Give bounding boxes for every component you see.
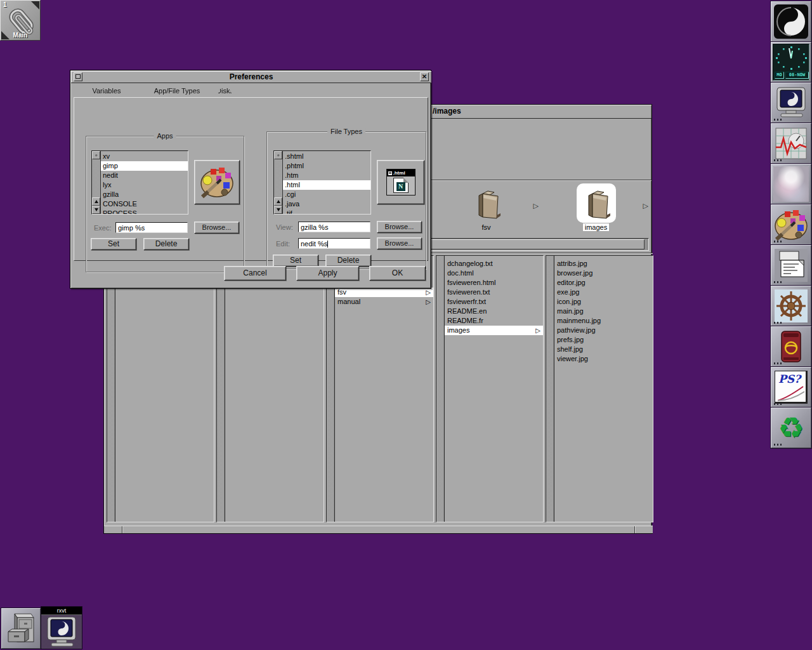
file-row[interactable]: mainmenu.jpg▷ [554,316,653,326]
filetypes-set-button[interactable]: Set [273,255,318,267]
column-scrollbar[interactable] [107,256,115,522]
filetype-list-item[interactable]: .phtml [283,161,370,171]
filetype-list-item[interactable]: .cgi [283,190,370,199]
workspace-clip[interactable]: 1 Main [0,0,41,41]
file-row[interactable]: main.jpg▷ [554,307,653,316]
ok-button[interactable]: OK [369,266,426,281]
apps-delete-button[interactable]: Delete [143,238,189,250]
dialog-button-row: Cancel Apply OK [70,266,432,281]
file-row[interactable]: dchangelog.txt▷ [445,259,543,269]
column-scrollbar[interactable] [327,256,335,522]
scroll-down-icon[interactable] [92,206,100,214]
folder-icon [577,183,616,223]
scroll-up-icon[interactable] [92,197,100,206]
scrollbar-trough[interactable] [92,159,100,197]
file-row[interactable]: images▷ [445,326,543,335]
scrollbar-trough[interactable] [274,159,282,197]
file-row[interactable]: browser.jpg▷ [554,269,653,278]
dock-tile-editor[interactable] [771,245,811,286]
dock-tile-postscript[interactable]: PS? [771,367,811,408]
file-row[interactable]: README.en▷ [445,307,543,316]
file-row[interactable]: editor.jpg▷ [554,278,653,288]
dock-tile-recycler[interactable]: ♻ [771,408,811,448]
file-row[interactable]: viewer.jpg▷ [554,354,653,364]
path-entry[interactable]: fsv ▷ [431,182,541,236]
dock-tile-windowmaker[interactable] [771,1,811,42]
app-list-item[interactable]: PROCESS [101,209,188,214]
browser-column-1 [107,255,214,522]
edit-field[interactable]: nedit %s [298,238,370,249]
apps-list-scrollbar[interactable] [92,151,101,214]
file-row[interactable]: icon.jpg▷ [554,297,653,307]
clock-date: 08-NOW [785,72,809,79]
path-entry-label: fsv [431,223,541,231]
app-list-item[interactable]: nedit [101,171,188,180]
file-row[interactable]: prefs.jpg▷ [554,335,653,345]
dock-tile-helm[interactable] [771,286,811,326]
miniaturize-button[interactable] [74,72,82,81]
view-field[interactable]: gzilla %s [298,222,370,232]
tab[interactable]: App/File Types [141,85,213,97]
filetypes-listbox: .shtml.phtml.htm.html.cgi.java.tif [273,150,371,215]
app-list-item[interactable]: lyx [101,180,188,190]
window-resize-bar[interactable] [104,526,653,534]
apps-group-legend: Apps [154,132,176,140]
file-row[interactable]: fsvieweren.html▷ [445,278,543,288]
file-row[interactable]: attribs.jpg▷ [554,259,653,269]
file-row[interactable]: manual▷ [335,297,433,307]
dock-tile-photo[interactable] [771,164,811,204]
app-list-item[interactable]: gzilla [101,190,188,199]
exec-label: Exec: [94,224,112,232]
file-row[interactable]: shelf.jpg▷ [554,345,653,354]
cancel-button[interactable]: Cancel [224,266,286,281]
file-row[interactable]: fsviewerfr.txt▷ [445,297,543,307]
app-list-item[interactable]: CONSOLE [101,199,188,209]
app-list-item[interactable]: xv [101,152,188,161]
dock-tile-mail[interactable] [771,326,811,367]
tab[interactable]: Variables [75,85,138,97]
filetype-icon-button[interactable]: .html N [377,160,424,204]
filetype-list-item[interactable]: .tif [283,209,370,214]
dock-tile-gimp[interactable] [771,204,811,245]
apps-set-button[interactable]: Set [91,238,136,250]
dock-tile-terminal[interactable] [771,83,811,123]
file-row[interactable]: fsvieweren.txt▷ [445,288,543,297]
file-row[interactable]: fsv▷ [335,288,433,297]
file-row[interactable]: README.fr▷ [445,316,543,326]
filetypes-group: File Types .shtml.phtml.htm.html.cgi.jav… [266,131,426,269]
filetypes-list-scrollbar[interactable] [274,151,283,214]
filetype-list-item[interactable]: .shtml [283,152,370,161]
file-row[interactable]: exe.jpg▷ [554,288,653,297]
appicon-terminal[interactable]: rxvt [41,607,82,649]
filetype-list-item[interactable]: .java [283,199,370,209]
apply-button[interactable]: Apply [296,266,359,281]
edit-browse-button[interactable]: Browse... [377,237,422,249]
column-scrollbar[interactable] [546,256,554,522]
file-row[interactable]: pathview.jpg▷ [554,326,653,335]
exec-browse-button[interactable]: Browse... [194,222,239,234]
preferences-titlebar[interactable]: Preferences ✕ [71,71,431,83]
filetype-list-item[interactable]: .htm [283,171,370,180]
app-icon-button[interactable] [194,160,240,204]
path-entry[interactable]: images ▷ [541,182,651,236]
appicon-file-cabinet[interactable] [1,608,41,649]
gimp-palette-icon [773,207,809,242]
exec-field[interactable]: gimp %s [115,222,188,233]
scrollbar-thumb[interactable] [274,151,282,159]
tab[interactable]: Disks [216,85,233,97]
dock-tile-system-monitor[interactable] [771,123,811,164]
filetypes-delete-button[interactable]: Delete [325,255,371,267]
scroll-up-icon[interactable] [274,197,282,206]
folder-icon [467,183,506,223]
view-browse-button[interactable]: Browse... [377,221,422,233]
scrollbar-thumb[interactable] [92,151,100,159]
filetype-list-item[interactable]: .html [283,180,370,190]
dock-tile-clock[interactable]: MO 08-NOW [771,42,811,83]
file-row[interactable]: doc.html▷ [445,269,543,278]
column-scrollbar[interactable] [217,256,225,522]
close-icon[interactable]: ✕ [420,72,429,81]
column-scrollbar[interactable] [436,256,445,522]
scroll-down-icon[interactable] [274,206,282,214]
app-list-item[interactable]: gimp [101,161,188,171]
browser-column-4: dchangelog.txt▷doc.html▷fsvieweren.html▷… [436,255,544,522]
